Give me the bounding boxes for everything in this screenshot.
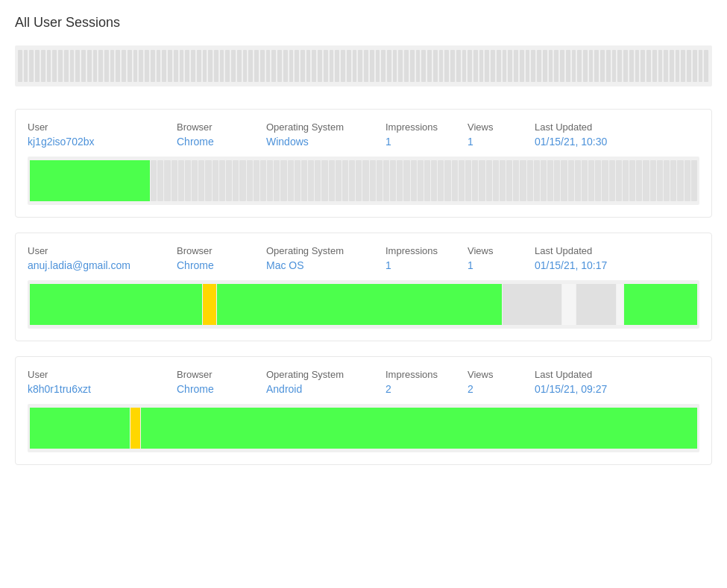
session-1-views: 1: [468, 136, 535, 148]
tl1-gray-bar: [547, 160, 553, 201]
session-1-browser-col: Browser Chrome: [177, 121, 266, 148]
chart-bar: [462, 50, 467, 82]
user-label-3: User: [28, 369, 177, 380]
tl1-gray-bar: [465, 160, 471, 201]
tl2-yellow: [203, 284, 216, 325]
chart-bar: [594, 50, 599, 82]
tl1-gray-bar: [554, 160, 560, 201]
chart-bar: [162, 50, 166, 82]
chart-bar: [52, 50, 57, 82]
chart-bar: [168, 50, 172, 82]
session-3-lastupdated: 01/15/21, 09:27: [535, 383, 699, 395]
chart-bar: [191, 50, 195, 82]
chart-bar: [589, 50, 594, 82]
tl2-gray2: [576, 284, 616, 325]
tl1-gray-bar: [561, 160, 567, 201]
tl1-gray-bar: [636, 160, 642, 201]
session-3-header: User k8h0r1tru6xzt Browser Chrome Operat…: [28, 369, 699, 395]
tl1-gray-bar: [541, 160, 547, 201]
timeline-green-1: [30, 160, 150, 201]
session-3-lastupdated-col: Last Updated 01/15/21, 09:27: [535, 369, 699, 395]
tl1-gray-bar: [342, 160, 348, 201]
tl1-gray-bar: [506, 160, 512, 201]
tl1-gray-bar: [295, 160, 300, 201]
tl1-gray-bar: [438, 160, 444, 201]
chart-bar: [450, 50, 455, 82]
overview-chart: [15, 45, 712, 86]
session-2-user-col: User anuj.ladia@gmail.com: [28, 245, 177, 271]
tl1-gray-bar: [301, 160, 307, 201]
tl1-gray-bar: [444, 160, 450, 201]
chart-bar: [444, 50, 449, 82]
tl1-gray-bar: [623, 160, 629, 201]
chart-bar: [617, 50, 622, 82]
chart-bar: [549, 50, 553, 82]
chart-bar: [151, 50, 155, 82]
chart-bar: [699, 50, 703, 82]
chart-bar: [347, 50, 351, 82]
tl1-gray-bar: [657, 160, 663, 201]
chart-bar: [139, 50, 143, 82]
chart-bar: [514, 50, 518, 82]
views-label-2: Views: [468, 245, 535, 256]
chart-bar: [98, 50, 103, 82]
chart-bar: [479, 50, 484, 82]
chart-bar: [330, 50, 334, 82]
tl1-gray-bar: [431, 160, 437, 201]
session-3-user-col: User k8h0r1tru6xzt: [28, 369, 177, 395]
views-label-1: Views: [468, 121, 535, 133]
chart-bar: [271, 50, 276, 82]
chart-bar: [306, 50, 311, 82]
tl1-gray-bar: [274, 160, 280, 201]
session-3-views: 2: [468, 383, 535, 395]
chart-bar: [364, 50, 368, 82]
chart-bar: [133, 50, 138, 82]
session-3-os-col: Operating System Android: [266, 369, 385, 395]
tl1-gray-bar: [171, 160, 177, 201]
tl1-gray-bar: [377, 160, 383, 201]
chart-bar: [468, 50, 472, 82]
chart-bar: [704, 50, 708, 82]
tl1-gray-bar: [164, 160, 170, 201]
chart-bar: [577, 50, 582, 82]
tl1-gray-bar: [643, 160, 649, 201]
chart-bar: [157, 50, 161, 82]
tl1-gray-bar: [321, 160, 327, 201]
tl2-light: [562, 284, 576, 325]
tl1-gray-bar: [664, 160, 670, 201]
chart-bar: [693, 50, 697, 82]
chart-bar: [416, 50, 421, 82]
chart-bar: [393, 50, 397, 82]
chart-bar: [110, 50, 115, 82]
session-3-impressions-col: Impressions 2: [385, 369, 468, 395]
tl1-gray-bar: [205, 160, 211, 201]
user-label-1: User: [28, 121, 177, 133]
session-2-user: anuj.ladia@gmail.com: [28, 259, 177, 271]
chart-bar: [24, 50, 28, 82]
tl2-green3: [624, 284, 697, 325]
tl1-gray-bar: [520, 160, 526, 201]
chart-bar: [180, 50, 184, 82]
tl2-light2: [617, 284, 623, 325]
chart-bar: [243, 50, 248, 82]
tl1-gray-bar: [178, 160, 184, 201]
chart-bar: [398, 50, 403, 82]
tl1-gray-bar: [280, 160, 286, 201]
chart-bar: [376, 50, 380, 82]
chart-bar: [18, 50, 22, 82]
chart-bar: [664, 50, 668, 82]
chart-bar: [629, 50, 634, 82]
lastupdated-label-3: Last Updated: [535, 369, 699, 380]
chart-bar: [277, 50, 282, 82]
tl1-gray-bar: [629, 160, 635, 201]
chart-bar: [606, 50, 611, 82]
session-card-1: User kj1g2iso702bx Browser Chrome Operat…: [15, 109, 712, 218]
chart-bar: [387, 50, 391, 82]
chart-bar: [29, 50, 34, 82]
chart-bar: [225, 50, 230, 82]
chart-bar: [318, 50, 322, 82]
session-1-lastupdated-col: Last Updated 01/15/21, 10:30: [535, 121, 699, 148]
tl1-gray-bar: [411, 160, 417, 201]
tl1-gray-bar: [308, 160, 314, 201]
tl1-gray-bar: [534, 160, 540, 201]
